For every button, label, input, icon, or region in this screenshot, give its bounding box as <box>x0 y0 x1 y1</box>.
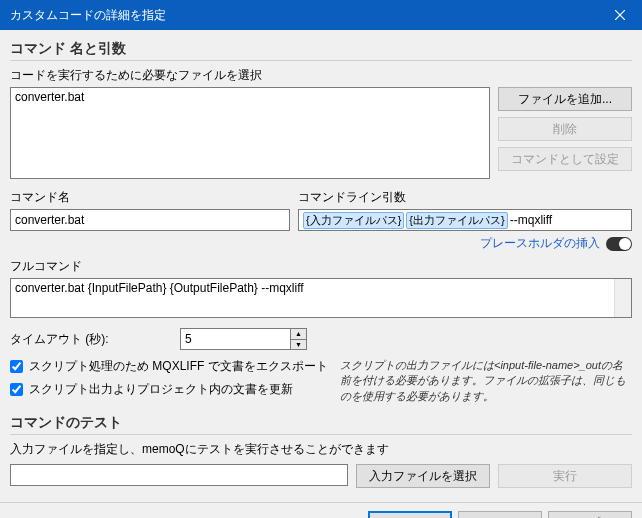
checkbox-label: スクリプト処理のため MQXLIFF で文書をエクスポート <box>29 358 328 375</box>
file-list-item[interactable]: converter.bat <box>15 90 485 104</box>
file-list[interactable]: converter.bat <box>10 87 490 179</box>
test-desc: 入力ファイルを指定し、memoQにテストを実行させることができます <box>10 441 632 458</box>
close-icon <box>615 10 625 20</box>
args-text: --mqxliff <box>510 213 552 227</box>
spinner-down-icon[interactable]: ▼ <box>291 340 306 350</box>
command-args-input[interactable]: {入力ファイルパス} {出力ファイルパス} --mqxliff <box>298 209 632 231</box>
command-name-label: コマンド名 <box>10 189 290 206</box>
run-button: 実行 <box>498 464 632 488</box>
fullcommand-display: converter.bat {InputFilePath} {OutputFil… <box>10 278 632 318</box>
timeout-spinner[interactable]: ▲ ▼ <box>180 328 307 350</box>
delete-button: 削除 <box>498 117 632 141</box>
set-command-button: コマンドとして設定 <box>498 147 632 171</box>
checkbox-label: スクリプト出力よりプロジェクト内の文書を更新 <box>29 381 293 398</box>
cancel-button[interactable]: キャンセル <box>458 511 542 518</box>
insert-placeholder-link[interactable]: プレースホルダの挿入 <box>480 235 600 252</box>
command-args-label: コマンドライン引数 <box>298 189 632 206</box>
divider <box>10 60 632 61</box>
placeholder-input-path: {入力ファイルパス} <box>303 212 404 229</box>
test-input-file[interactable] <box>10 464 348 486</box>
divider <box>10 434 632 435</box>
help-button[interactable]: ヘルプ(H) <box>548 511 632 518</box>
add-file-button[interactable]: ファイルを追加... <box>498 87 632 111</box>
scrollbar[interactable] <box>614 279 631 317</box>
fullcommand-text: converter.bat {InputFilePath} {OutputFil… <box>15 281 304 295</box>
timeout-input[interactable] <box>180 328 290 350</box>
filelist-label: コードを実行するために必要なファイルを選択 <box>10 67 632 84</box>
select-input-file-button[interactable]: 入力ファイルを選択 <box>356 464 490 488</box>
placeholder-toggle[interactable] <box>606 237 632 251</box>
spinner-up-icon[interactable]: ▲ <box>291 329 306 340</box>
dialog-footer: OK(O) キャンセル ヘルプ(H) <box>0 502 642 518</box>
window-title: カスタムコードの詳細を指定 <box>10 7 166 24</box>
placeholder-output-path: {出力ファイルパス} <box>406 212 507 229</box>
ok-button[interactable]: OK(O) <box>368 511 452 518</box>
close-button[interactable] <box>597 0 642 30</box>
checkbox-input[interactable] <box>10 360 23 373</box>
command-name-input[interactable] <box>10 209 290 231</box>
script-note: スクリプトの出力ファイルには<input-file-name>_outの名前を付… <box>340 358 632 404</box>
section-command-heading: コマンド 名と引数 <box>10 40 632 58</box>
section-test-heading: コマンドのテスト <box>10 414 632 432</box>
fullcommand-label: フルコマンド <box>10 258 632 275</box>
titlebar: カスタムコードの詳細を指定 <box>0 0 642 30</box>
timeout-label: タイムアウト (秒): <box>10 331 170 348</box>
checkbox-export-mqxliff[interactable]: スクリプト処理のため MQXLIFF で文書をエクスポート <box>10 358 330 375</box>
checkbox-update-docs[interactable]: スクリプト出力よりプロジェクト内の文書を更新 <box>10 381 330 398</box>
checkbox-input[interactable] <box>10 383 23 396</box>
